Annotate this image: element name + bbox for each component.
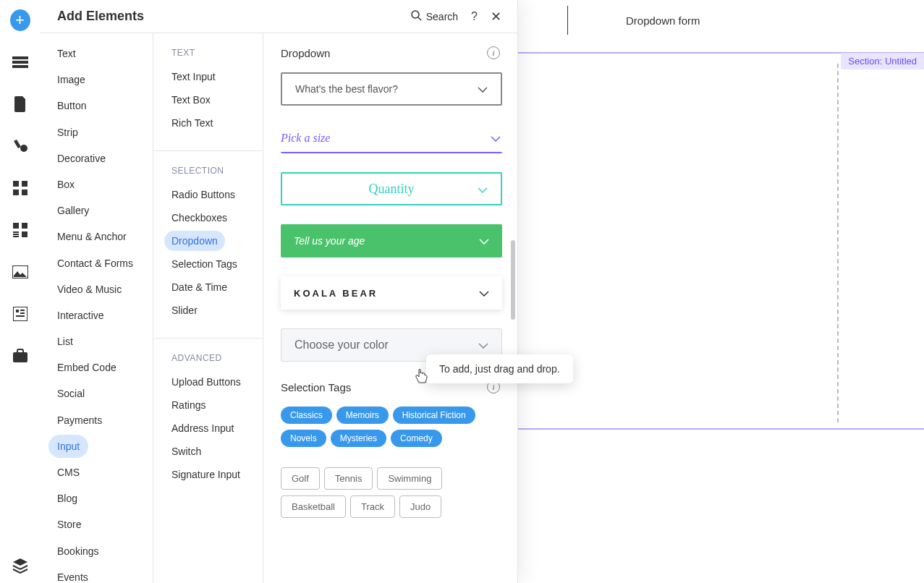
- svg-rect-4: [13, 181, 19, 187]
- category-item[interactable]: Interactive: [48, 304, 113, 327]
- dropdown-label: Tell us your age: [294, 235, 365, 247]
- subcategory-item[interactable]: Text Input: [164, 67, 223, 87]
- content-icon[interactable]: [10, 304, 30, 324]
- panel-title: Add Elements: [57, 9, 144, 24]
- selection-tag[interactable]: Tennis: [324, 467, 373, 490]
- section-frame[interactable]: Section: Untitled: [518, 52, 924, 430]
- search-icon: [410, 9, 422, 23]
- selection-tag[interactable]: Golf: [281, 467, 320, 490]
- selection-tag[interactable]: Judo: [399, 495, 441, 518]
- dropdown-label: What's the best flavor?: [295, 83, 398, 95]
- category-item[interactable]: Button: [48, 94, 95, 117]
- category-item[interactable]: Strip: [48, 121, 87, 144]
- search-label: Search: [426, 11, 458, 22]
- svg-rect-15: [20, 312, 25, 314]
- dropdown-section-title: Dropdown: [281, 47, 330, 59]
- subcategory-item[interactable]: Date & Time: [164, 277, 234, 297]
- sections-icon[interactable]: [10, 52, 30, 72]
- category-list: TextImageButtonStripDecorativeBoxGallery…: [40, 33, 153, 583]
- subcategory-heading: TEXT: [171, 48, 250, 58]
- category-item[interactable]: Video & Music: [48, 278, 130, 301]
- pages-icon[interactable]: [10, 94, 30, 114]
- dropdown-preset-age[interactable]: Tell us your age: [281, 224, 502, 258]
- selection-tag[interactable]: Novels: [281, 430, 326, 447]
- selection-tag[interactable]: Classics: [281, 407, 332, 424]
- chevron-down-icon: [478, 339, 488, 352]
- add-elements-button[interactable]: +: [10, 10, 30, 30]
- selection-tag[interactable]: Track: [350, 495, 395, 518]
- subcategory-item[interactable]: Dropdown: [164, 231, 225, 251]
- media-icon[interactable]: [10, 262, 30, 282]
- subcategory-item[interactable]: Radio Buttons: [164, 184, 242, 205]
- subcategory-item[interactable]: Ratings: [164, 395, 213, 415]
- scrollbar-thumb[interactable]: [511, 240, 515, 320]
- business-icon[interactable]: [10, 346, 30, 366]
- chevron-down-icon: [478, 83, 488, 95]
- panel-header: Add Elements Search ? ✕: [40, 0, 517, 33]
- divider: [567, 6, 568, 35]
- design-icon[interactable]: [10, 136, 30, 156]
- category-item[interactable]: CMS: [48, 461, 88, 484]
- selection-tag[interactable]: Basketball: [281, 495, 346, 518]
- subcategory-item[interactable]: Upload Buttons: [164, 372, 248, 392]
- category-item[interactable]: Menu & Anchor: [48, 225, 135, 248]
- category-item[interactable]: Input: [48, 435, 88, 458]
- svg-rect-0: [12, 56, 28, 59]
- drag-tooltip: To add, just drag and drop.: [426, 354, 573, 383]
- category-item[interactable]: Decorative: [48, 147, 114, 170]
- selection-tag[interactable]: Historical Fiction: [393, 407, 475, 424]
- dropdown-preset-koala[interactable]: KOALA BEAR: [281, 276, 502, 310]
- add-elements-panel: Add Elements Search ? ✕ TextImageButtonS…: [40, 0, 518, 583]
- svg-rect-5: [22, 181, 27, 187]
- help-icon[interactable]: ?: [471, 10, 478, 23]
- category-item[interactable]: Payments: [48, 409, 111, 432]
- subcategory-item[interactable]: Slider: [164, 300, 205, 320]
- apps-icon[interactable]: [10, 178, 30, 198]
- dropdown-preset-size[interactable]: Pick a size: [281, 124, 502, 153]
- selection-tag[interactable]: Memoirs: [336, 407, 389, 424]
- info-icon[interactable]: i: [487, 46, 500, 59]
- page-tab-label[interactable]: Dropdown form: [626, 14, 700, 27]
- category-item[interactable]: Text: [48, 42, 85, 65]
- svg-rect-7: [22, 190, 27, 195]
- layout-icon[interactable]: [10, 220, 30, 240]
- category-item[interactable]: Social: [48, 382, 93, 405]
- subcategory-item[interactable]: Selection Tags: [164, 254, 245, 274]
- dropdown-label: Quantity: [369, 182, 415, 197]
- close-icon[interactable]: ✕: [491, 9, 501, 25]
- category-item[interactable]: Store: [48, 513, 90, 536]
- category-item[interactable]: Gallery: [48, 199, 98, 222]
- subcategory-item[interactable]: Text Box: [164, 90, 218, 110]
- svg-rect-1: [12, 61, 28, 64]
- subcategory-item[interactable]: Checkboxes: [164, 208, 234, 228]
- category-item[interactable]: Contact & Forms: [48, 252, 142, 275]
- selection-tags-preset-outline[interactable]: GolfTennisSwimmingBasketballTrackJudo: [281, 467, 502, 524]
- dropdown-preset-flavor[interactable]: What's the best flavor?: [281, 72, 502, 106]
- category-item[interactable]: Box: [48, 173, 83, 196]
- dropdown-preset-quantity[interactable]: Quantity: [281, 172, 502, 205]
- chevron-down-icon: [491, 132, 501, 145]
- category-item[interactable]: Blog: [48, 487, 86, 510]
- category-item[interactable]: Embed Code: [48, 356, 125, 379]
- section-label[interactable]: Section: Untitled: [841, 53, 924, 69]
- selection-tags-preset-blue[interactable]: ClassicsMemoirsHistorical FictionNovelsM…: [281, 407, 502, 453]
- selection-tag[interactable]: Comedy: [391, 430, 442, 447]
- panel-search[interactable]: Search: [410, 9, 458, 23]
- selection-tag[interactable]: Swimming: [377, 467, 442, 490]
- category-item[interactable]: Bookings: [48, 540, 108, 563]
- category-item[interactable]: List: [48, 330, 82, 353]
- category-item[interactable]: Events: [48, 566, 97, 583]
- selection-tag[interactable]: Mysteries: [331, 430, 386, 447]
- plus-icon: +: [10, 9, 30, 31]
- editor-canvas: Dropdown form Section: Untitled: [518, 0, 924, 583]
- subcategory-heading: SELECTION: [171, 166, 250, 176]
- subcategory-item[interactable]: Signature Input: [164, 464, 247, 485]
- svg-rect-9: [22, 223, 27, 229]
- subcategory-item[interactable]: Switch: [164, 441, 208, 461]
- category-item[interactable]: Image: [48, 68, 94, 91]
- dropdown-label: Choose your color: [294, 339, 389, 352]
- layers-icon[interactable]: [10, 556, 30, 576]
- svg-rect-13: [16, 310, 19, 312]
- subcategory-item[interactable]: Rich Text: [164, 113, 220, 133]
- subcategory-item[interactable]: Address Input: [164, 418, 241, 438]
